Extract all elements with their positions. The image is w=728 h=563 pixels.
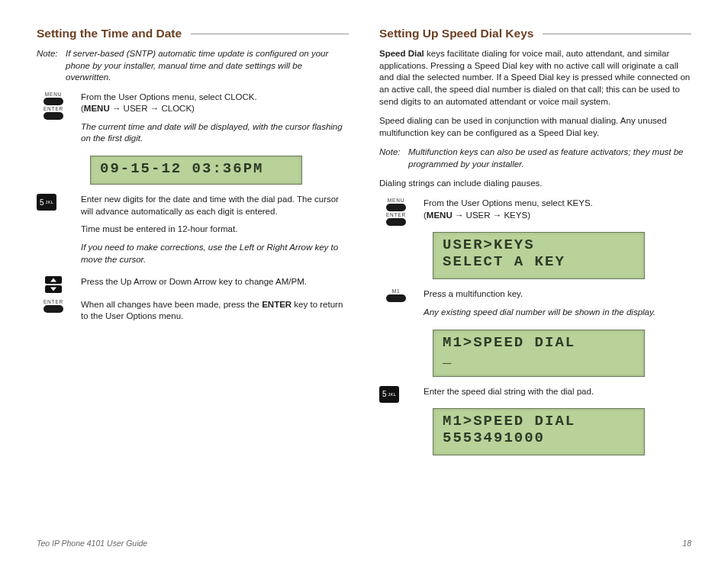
menu-button-icon-2 bbox=[386, 204, 406, 211]
left-column: Setting the Time and Date Note: If serve… bbox=[37, 27, 349, 465]
lcd-display-m1-number: M1>SPEED DIAL 5553491000 bbox=[433, 408, 645, 455]
step-1: MENU ENTER From the User Options menu, s… bbox=[37, 92, 349, 152]
right-column: Setting Up Speed Dial Keys Speed Dial ke… bbox=[379, 27, 691, 465]
m1-button-icon bbox=[386, 294, 406, 302]
lcd-display-datetime: 09-15-12 03:36PM bbox=[90, 156, 302, 185]
page-number: 18 bbox=[682, 539, 691, 548]
step-4: ENTER When all changes have been made, p… bbox=[37, 299, 349, 329]
heading-speed-dial: Setting Up Speed Dial Keys bbox=[379, 27, 691, 40]
note-label-2: Note: bbox=[379, 146, 408, 170]
note-body: If server-based (SNTP) automatic time up… bbox=[66, 48, 349, 84]
p2: Speed dialing can be used in conjunction… bbox=[379, 115, 691, 139]
menu-label: MENU bbox=[45, 92, 62, 97]
note-block: Note: If server-based (SNTP) automatic t… bbox=[37, 48, 349, 84]
enter-button-icon-2 bbox=[43, 305, 63, 313]
note-body-2: Multifunction keys can also be used as f… bbox=[408, 146, 691, 170]
p3: Dialing strings can include dialing paus… bbox=[379, 178, 691, 190]
arrow-keys-icon bbox=[37, 276, 81, 294]
menu-enter-buttons: MENU ENTER bbox=[37, 92, 81, 152]
arrow-up-icon bbox=[45, 276, 62, 284]
step2-p2: Time must be entered in 12-hour format. bbox=[81, 224, 349, 236]
enter-label: ENTER bbox=[43, 106, 63, 111]
lcd-display-userkeys: USER>KEYS SELECT A KEY bbox=[433, 232, 645, 279]
step-r1-text: From the User Options menu, select KEYS.… bbox=[424, 198, 691, 221]
menu-label-2: MENU bbox=[388, 198, 404, 203]
enter-button: ENTER bbox=[37, 299, 81, 329]
step-r3-text: Enter the speed dial string with the dia… bbox=[424, 386, 691, 398]
step-3: Press the Up Arrow or Down Arrow key to … bbox=[37, 276, 349, 294]
enter-button-icon bbox=[43, 112, 63, 120]
arrow-down-icon bbox=[45, 285, 62, 293]
key-5-icon-2: 5 JKL bbox=[379, 386, 424, 404]
step4-text: When all changes have been made, press t… bbox=[81, 299, 349, 323]
heading-time-date: Setting the Time and Date bbox=[37, 27, 349, 40]
key-5-icon: 5 JKL bbox=[37, 194, 81, 272]
page-footer: Teo IP Phone 4101 User Guide 18 bbox=[37, 539, 691, 548]
p1: Speed Dial keys facilitate dialing for v… bbox=[379, 48, 691, 108]
m1-label: M1 bbox=[392, 288, 401, 294]
note-block-2: Note: Multifunction keys can also be use… bbox=[379, 146, 691, 170]
document-page: Setting the Time and Date Note: If serve… bbox=[0, 0, 728, 563]
heading-text: Setting Up Speed Dial Keys bbox=[379, 27, 533, 40]
note-label: Note: bbox=[37, 48, 66, 84]
step-2: 5 JKL Enter new digits for the date and … bbox=[37, 194, 349, 272]
step1-text: From the User Options menu, select CLOCK… bbox=[81, 92, 349, 115]
enter-label-3: ENTER bbox=[386, 212, 406, 217]
enter-label-2: ENTER bbox=[43, 299, 63, 304]
step3-text: Press the Up Arrow or Down Arrow key to … bbox=[81, 276, 349, 288]
m1-button: M1 bbox=[379, 288, 424, 324]
footer-title: Teo IP Phone 4101 User Guide bbox=[37, 539, 147, 548]
dialpad-5-icon-2: 5 JKL bbox=[379, 386, 399, 403]
step2-p1: Enter new digits for the date and time w… bbox=[81, 194, 349, 217]
enter-button-icon-3 bbox=[386, 218, 406, 226]
step-r3: 5 JKL Enter the speed dial string with t… bbox=[379, 386, 691, 404]
step-r2-italic: Any existing speed dial number will be s… bbox=[424, 307, 691, 319]
menu-button-icon bbox=[43, 98, 63, 105]
heading-text: Setting the Time and Date bbox=[37, 27, 182, 40]
step1-italic: The current time and date will be displa… bbox=[81, 121, 349, 145]
step-r2-p1: Press a multifunction key. bbox=[424, 288, 691, 301]
step-r2: M1 Press a multifunction key. Any existi… bbox=[379, 288, 691, 324]
lcd-display-m1-blank: M1>SPEED DIAL _ bbox=[433, 330, 645, 377]
dialpad-5-icon: 5 JKL bbox=[37, 194, 56, 211]
menu-enter-buttons-2: MENU ENTER bbox=[379, 198, 424, 227]
step2-italic: If you need to make corrections, use the… bbox=[81, 242, 349, 265]
step-r1: MENU ENTER From the User Options menu, s… bbox=[379, 198, 691, 227]
